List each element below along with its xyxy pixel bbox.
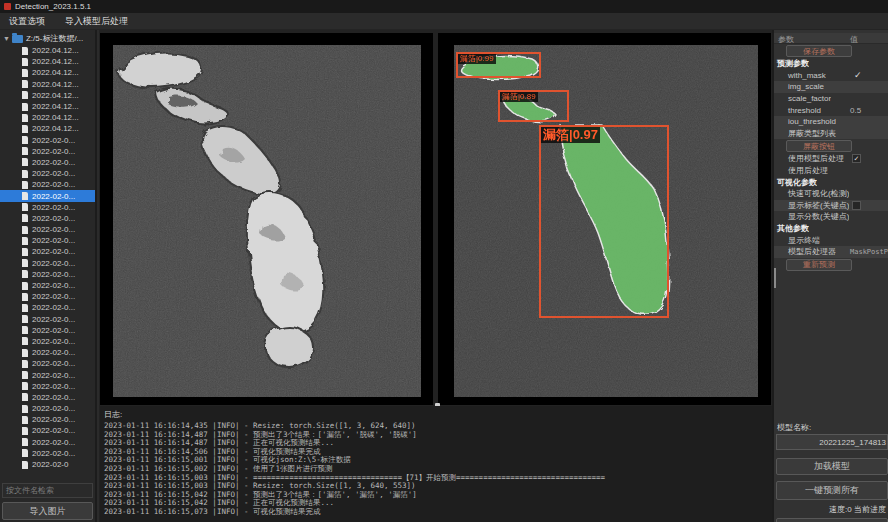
file-icon xyxy=(22,69,28,77)
file-icon xyxy=(22,382,28,390)
tree-item[interactable]: 2022-02-0... xyxy=(0,202,95,213)
param-button[interactable]: 屏蔽按钮 xyxy=(786,140,852,152)
param-name: 屏蔽类型列表 xyxy=(774,128,836,139)
param-value: 0.5 xyxy=(850,106,861,115)
tree-item-label: 2022-02-0... xyxy=(32,292,75,301)
file-icon xyxy=(22,203,28,211)
param-button[interactable]: 保存参数 xyxy=(786,45,852,57)
file-icon xyxy=(22,125,28,133)
filename-search-input[interactable]: 按文件名检索 xyxy=(2,483,93,498)
tree-item-label: 2022.04.12... xyxy=(32,91,79,100)
tree-item[interactable]: 2022-02-0... xyxy=(0,258,95,269)
tree-item[interactable]: 2022-02-0... xyxy=(0,146,95,157)
tree-item[interactable]: 2022.04.12... xyxy=(0,79,95,90)
tree-item[interactable]: 2022-02-0... xyxy=(0,190,95,201)
tree-item[interactable]: 2022-02-0... xyxy=(0,224,95,235)
param-row[interactable]: 模型后处理器MaskPostPro xyxy=(774,246,888,258)
tree-item[interactable]: 2022-02-0... xyxy=(0,403,95,414)
tree-item-label: 2022-02-0... xyxy=(32,438,75,447)
detection-box-2: 漏箔|0.89 xyxy=(498,90,569,122)
scrollbar-handle[interactable] xyxy=(774,268,776,288)
tree-item[interactable]: 2022-02-0... xyxy=(0,269,95,280)
param-row[interactable]: with_mask✓ xyxy=(774,70,888,82)
import-images-button[interactable]: 导入图片 xyxy=(2,502,93,520)
log-panel: 日志: 2023-01-11 16:16:14,435 |INFO| - Res… xyxy=(100,406,772,522)
menu-item-import-postprocess[interactable]: 导入模型后处理 xyxy=(65,15,128,28)
tree-item[interactable]: 2022.04.12... xyxy=(0,45,95,56)
tree-item[interactable]: 2022-02-0... xyxy=(0,437,95,448)
menu-bar: 设置选项 导入模型后处理 xyxy=(0,13,888,30)
tree-item[interactable]: 2022-02-0... xyxy=(0,381,95,392)
predict-all-button[interactable]: 一键预测所有 xyxy=(776,481,888,500)
load-model-button[interactable]: 加载模型 xyxy=(776,458,888,475)
tree-item[interactable]: 2022-02-0... xyxy=(0,414,95,425)
postprocess-settings-button[interactable]: 后处理参数设置 xyxy=(776,518,888,522)
detection-box-3: 漏箔|0.97 xyxy=(539,125,669,318)
param-row[interactable]: iou_threshold xyxy=(774,116,888,128)
tree-item[interactable]: 2022-02-0... xyxy=(0,302,95,313)
model-select[interactable]: 20221225_174813 xyxy=(776,434,888,450)
tree-item[interactable]: 2022-02-0... xyxy=(0,325,95,336)
tree-item[interactable]: 2022.04.12... xyxy=(0,67,95,78)
tree-item[interactable]: 2022-02-0... xyxy=(0,213,95,224)
param-row[interactable]: img_scale xyxy=(774,81,888,93)
param-value: MaskPostPro xyxy=(850,248,888,256)
tree-item[interactable]: 2022-02-0... xyxy=(0,347,95,358)
tree-item[interactable]: 2022.04.12... xyxy=(0,90,95,101)
tree-item[interactable]: 2022-02-0... xyxy=(0,358,95,369)
tree-item[interactable]: 2022-02-0 xyxy=(0,459,95,470)
param-row[interactable]: 使用模型后处理✓ xyxy=(774,153,888,165)
param-row[interactable]: 使用后处理 xyxy=(774,165,888,177)
param-row[interactable]: threshold0.5 xyxy=(774,104,888,116)
tree-item-label: 2022-02-0... xyxy=(32,326,75,335)
tree-item-label: 2022-02-0... xyxy=(32,247,75,256)
tree-item[interactable]: 2022.04.12... xyxy=(0,123,95,134)
tree-item[interactable]: 2022-02-0... xyxy=(0,425,95,436)
param-name: 使用模型后处理 xyxy=(774,153,844,164)
param-section-label: 预测参数 xyxy=(774,58,809,69)
tree-item[interactable]: 2022-02-0... xyxy=(0,336,95,347)
param-button[interactable]: 重新预测 xyxy=(786,259,852,271)
tree-item[interactable]: 2022-02-0... xyxy=(0,235,95,246)
tree-item[interactable]: 2022.04.12... xyxy=(0,56,95,67)
tree-item-label: 2022-02-0... xyxy=(32,303,75,312)
tree-root-folder[interactable]: ▼ Z:/5-标注数据/... xyxy=(0,32,95,45)
tree-item[interactable]: 2022-02-0... xyxy=(0,392,95,403)
tree-item[interactable]: 2022-02-0... xyxy=(0,314,95,325)
log-line: 2023-01-11 16:16:14,435 |INFO| - Resize:… xyxy=(104,422,768,431)
tree-item[interactable]: 2022.04.12... xyxy=(0,112,95,123)
menu-item-settings[interactable]: 设置选项 xyxy=(9,15,45,28)
tree-item-label: 2022-02-0... xyxy=(32,359,75,368)
param-name: img_scale xyxy=(774,82,824,91)
checkmark-icon[interactable]: ✓ xyxy=(854,70,862,80)
original-image[interactable] xyxy=(113,45,421,397)
tree-item-label: 2022-02-0... xyxy=(32,404,75,413)
tree-item[interactable]: 2022-02-0... xyxy=(0,280,95,291)
file-icon xyxy=(22,214,28,222)
param-row[interactable]: 显示分数(关键点) xyxy=(774,211,888,223)
param-row[interactable]: 显示标签(关键点) xyxy=(774,200,888,212)
param-row[interactable]: scale_factor xyxy=(774,93,888,105)
tree-item[interactable]: 2022-02-0... xyxy=(0,246,95,257)
param-row[interactable]: 显示终端 xyxy=(774,234,888,246)
tree-item[interactable]: 2022-02-0... xyxy=(0,135,95,146)
checkbox-unchecked[interactable] xyxy=(852,201,861,210)
tree-item-label: 2022-02-0... xyxy=(32,203,75,212)
tree-item[interactable]: 2022.04.12... xyxy=(0,101,95,112)
log-line: 2023-01-11 16:16:15,003 |INFO| - =======… xyxy=(104,474,768,483)
tree-item[interactable]: 2022-02-0... xyxy=(0,168,95,179)
tree-item[interactable]: 2022-02-0... xyxy=(0,448,95,459)
tree-item[interactable]: 2022-02-0... xyxy=(0,179,95,190)
param-row[interactable]: 快速可视化(检测) xyxy=(774,188,888,200)
tree-item[interactable]: 2022-02-0... xyxy=(0,369,95,380)
image-viewer: 漏箔|0.99 漏箔|0.89 漏箔|0.97 xyxy=(100,33,771,405)
checkbox-checked[interactable]: ✓ xyxy=(852,154,861,163)
param-row: 保存参数 xyxy=(774,44,888,58)
chevron-down-icon[interactable]: ▼ xyxy=(3,35,10,42)
log-line: 2023-01-11 16:16:14,487 |INFO| - 预测出了3个结… xyxy=(104,431,768,440)
progress-text: 速度:0 当前进度 xyxy=(774,504,886,515)
prediction-image[interactable]: 漏箔|0.99 漏箔|0.89 漏箔|0.97 xyxy=(454,45,758,397)
param-row[interactable]: 屏蔽类型列表 xyxy=(774,128,888,140)
tree-item[interactable]: 2022-02-0... xyxy=(0,157,95,168)
tree-item[interactable]: 2022-02-0... xyxy=(0,291,95,302)
